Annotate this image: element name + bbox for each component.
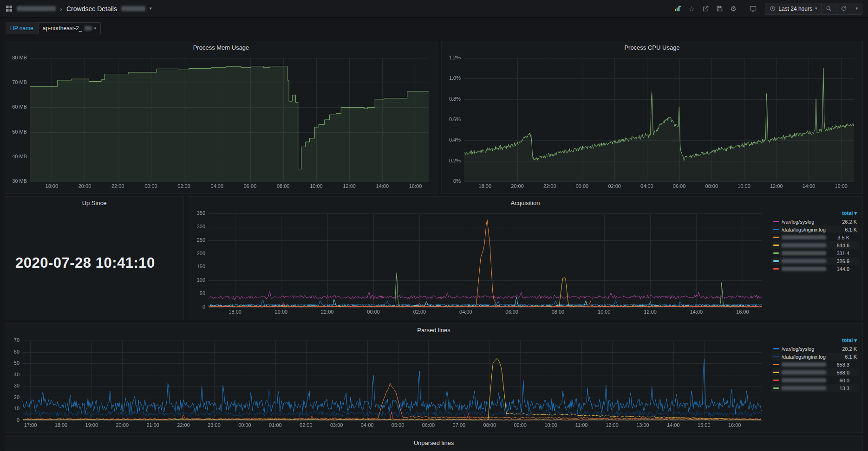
- series-color-swatch: [773, 356, 779, 357]
- series-color-swatch: [773, 245, 779, 246]
- panel-process-mem-usage: Process Mem Usage: [5, 41, 437, 194]
- series-total-value: 653.3: [829, 362, 849, 367]
- monitor-icon: [750, 5, 757, 12]
- magnifier-icon: [826, 6, 832, 12]
- series-color-swatch: [773, 237, 779, 238]
- panel-title[interactable]: Process Mem Usage: [5, 41, 437, 53]
- legend-row[interactable]: 326.9: [771, 257, 859, 265]
- share-button[interactable]: [699, 3, 712, 15]
- legend-row[interactable]: /var/log/syslog26.2 K: [771, 218, 859, 226]
- refresh-interval-caret-icon: ▾: [855, 6, 858, 11]
- panel-title[interactable]: Unparsed lines: [5, 437, 862, 449]
- series-label: /var/log/syslog: [782, 219, 834, 225]
- redacted-variable-suffix: [85, 26, 92, 31]
- refresh-button[interactable]: [836, 3, 851, 14]
- panel-parsed-lines: Parsed lines total ▾/var/log/syslog20.2 …: [5, 323, 863, 433]
- acquisition-chart[interactable]: [192, 209, 768, 316]
- panel-unparsed-lines: Unparsed lines: [5, 436, 863, 451]
- legend-row[interactable]: 644.6: [771, 241, 859, 249]
- mem-usage-chart[interactable]: [9, 53, 434, 191]
- legend-row[interactable]: /var/log/syslog20.2 K: [771, 345, 859, 353]
- series-total-value: 144.0: [829, 266, 849, 272]
- series-label: /var/log/syslog: [782, 346, 834, 352]
- share-icon: [702, 5, 709, 12]
- redacted-title-suffix: [121, 6, 145, 11]
- template-variables-row: HP name ap-northeast-2_ ▾: [6, 22, 101, 34]
- redacted-series-label: [782, 267, 826, 271]
- legend-row[interactable]: 13.3: [771, 384, 859, 392]
- time-range-label: Last 24 hours: [778, 6, 812, 12]
- series-color-swatch: [773, 252, 779, 254]
- redacted-breadcrumb[interactable]: [17, 6, 56, 11]
- series-total-value: 20.2 K: [836, 346, 857, 352]
- series-total-value: 60.0: [829, 378, 849, 383]
- legend-row[interactable]: 144.0: [771, 265, 859, 273]
- save-button[interactable]: [713, 3, 726, 15]
- legend-row[interactable]: 331.4: [771, 249, 859, 257]
- series-color-swatch: [773, 348, 779, 349]
- time-controls-group: Last 24 hours ▾ ▾: [765, 3, 862, 15]
- cpu-usage-chart[interactable]: [445, 53, 860, 191]
- legend-sort-header[interactable]: total ▾: [842, 337, 857, 343]
- dashboards-grid-icon[interactable]: [6, 5, 13, 12]
- series-color-swatch: [773, 364, 779, 365]
- clock-icon: [770, 6, 776, 12]
- panel-title[interactable]: Acquisition: [188, 197, 862, 209]
- refresh-interval-dropdown[interactable]: ▾: [851, 3, 862, 14]
- legend-sort-header[interactable]: total ▾: [842, 210, 857, 216]
- panel-up-since: Up Since 2020-07-28 10:41:10: [5, 196, 184, 320]
- legend-row[interactable]: /data/logs/nginx.log6.1 K: [771, 353, 859, 361]
- panel-title[interactable]: Parsed lines: [5, 324, 862, 336]
- series-color-swatch: [773, 387, 779, 389]
- variable-value-dropdown[interactable]: ap-northeast-2_ ▾: [38, 22, 101, 34]
- series-total-value: 644.6: [829, 243, 849, 248]
- redacted-series-label: [782, 259, 826, 263]
- variable-value-text: ap-northeast-2_: [43, 25, 82, 32]
- panel-acquisition: Acquisition total ▾/var/log/syslog26.2 K…: [188, 196, 863, 320]
- series-color-swatch: [773, 268, 779, 270]
- parsed-lines-legend: total ▾/var/log/syslog20.2 K/data/logs/n…: [771, 336, 859, 430]
- cycle-view-mode-button[interactable]: [746, 3, 759, 15]
- series-total-value: 326.9: [829, 258, 849, 264]
- panel-process-cpu-usage: Process CPU Usage: [441, 41, 863, 194]
- legend-row[interactable]: 3.5 K: [771, 233, 859, 241]
- legend-row[interactable]: 653.3: [771, 361, 859, 368]
- redacted-series-label: [782, 378, 826, 382]
- parsed-lines-chart[interactable]: [9, 336, 768, 430]
- redacted-series-label: [782, 251, 826, 255]
- time-range-picker-button[interactable]: Last 24 hours ▾: [765, 3, 821, 14]
- dashboard-title-caret-icon[interactable]: ▾: [150, 6, 152, 11]
- series-total-value: 588.0: [829, 370, 849, 375]
- variable-caret-icon: ▾: [94, 26, 97, 31]
- panel-title[interactable]: Process CPU Usage: [442, 41, 862, 53]
- dashboard-title[interactable]: Crowdsec Details: [66, 5, 117, 13]
- legend-row[interactable]: 588.0: [771, 368, 859, 376]
- redacted-series-label: [782, 235, 826, 239]
- series-color-swatch: [773, 380, 779, 381]
- save-icon: [716, 5, 723, 12]
- refresh-icon: [841, 6, 847, 12]
- series-total-value: 3.5 K: [829, 235, 849, 240]
- time-range-caret-icon: ▾: [815, 6, 817, 11]
- series-total-value: 6.1 K: [836, 354, 857, 360]
- series-color-swatch: [773, 221, 779, 222]
- add-panel-button[interactable]: [671, 3, 684, 15]
- series-total-value: 26.2 K: [836, 219, 857, 225]
- series-label: /data/logs/nginx.log: [782, 354, 834, 360]
- series-total-value: 6.1 K: [836, 227, 857, 232]
- redacted-series-label: [782, 370, 826, 374]
- up-since-value: 2020-07-28 10:41:10: [15, 255, 155, 271]
- top-navbar: › Crowdsec Details ▾ ☆ ⚙ Last 24 hours ▾: [0, 0, 868, 18]
- star-button[interactable]: ☆: [685, 3, 698, 15]
- breadcrumb-separator-icon: ›: [60, 5, 62, 12]
- zoom-out-button[interactable]: [821, 3, 836, 14]
- gear-icon: ⚙: [730, 5, 736, 13]
- legend-row[interactable]: /data/logs/nginx.log6.1 K: [771, 226, 859, 233]
- redacted-series-label: [782, 243, 826, 247]
- panel-title[interactable]: Up Since: [5, 197, 183, 209]
- series-label: /data/logs/nginx.log: [782, 227, 834, 232]
- series-total-value: 13.3: [829, 386, 849, 391]
- series-color-swatch: [773, 372, 779, 373]
- dashboard-settings-button[interactable]: ⚙: [727, 3, 740, 15]
- legend-row[interactable]: 60.0: [771, 376, 859, 384]
